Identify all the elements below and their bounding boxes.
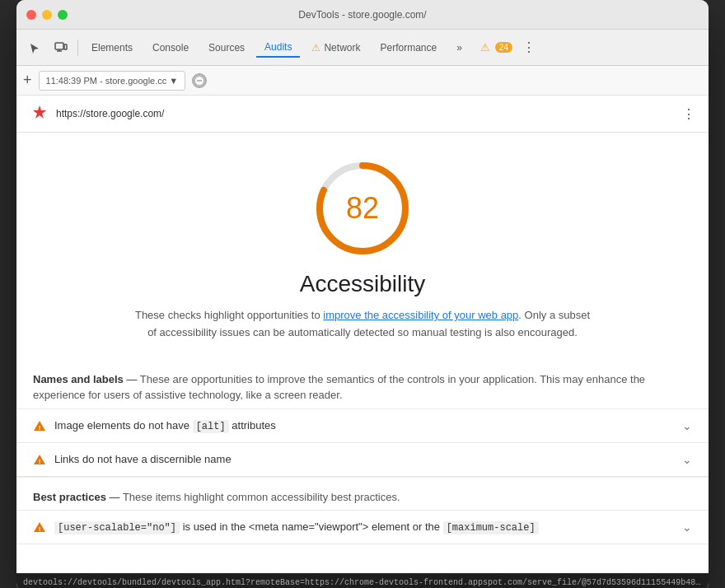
window-title: DevTools - store.google.com/ (298, 9, 426, 21)
device-icon[interactable] (49, 36, 72, 59)
separator (77, 40, 78, 56)
tab-console[interactable]: Console (144, 39, 197, 57)
global-warning-icon: ⚠ (480, 41, 490, 54)
network-warning-icon: ⚠ (311, 42, 320, 54)
devtools-window: DevTools - store.google.com/ Elements Co… (16, 0, 709, 588)
warning-icon: ! (33, 454, 46, 465)
timestamp-text: 11:48:39 PM - store.google.cc ▼ (46, 76, 179, 86)
status-bar: devtools://devtools/bundled/devtools_app… (16, 573, 709, 588)
chevron-down-icon: ⌄ (682, 453, 692, 466)
tab-performance[interactable]: Performance (372, 39, 445, 57)
url-input[interactable]: 11:48:39 PM - store.google.cc ▼ (39, 71, 186, 91)
audit-item-alt-text[interactable]: ! Image elements do not have [alt] attri… (16, 408, 709, 442)
audit-url-header: https://store.google.com/ ⋮ (16, 96, 709, 133)
best-practices-section: Best practices — These items highlight c… (16, 476, 709, 510)
audit-url-text: https://store.google.com/ (56, 108, 682, 119)
svg-rect-1 (64, 44, 67, 49)
main-content: https://store.google.com/ ⋮ 82 Accessibi… (16, 96, 709, 573)
score-title: Accessibility (300, 271, 425, 297)
lighthouse-icon (30, 104, 49, 124)
chevron-down-icon: ⌄ (682, 419, 692, 432)
tab-more[interactable]: » (448, 39, 470, 57)
warning-icon: ! (33, 420, 46, 432)
status-text: devtools://devtools/bundled/devtools_app… (23, 578, 702, 587)
names-labels-section: Names and labels — These are opportuniti… (16, 362, 709, 408)
audit-more-button[interactable]: ⋮ (682, 106, 695, 122)
audit-item-link-name[interactable]: ! Links do not have a discernible name ⌄ (16, 442, 709, 476)
close-button[interactable] (26, 10, 36, 20)
svg-marker-6 (33, 105, 46, 119)
best-practices-desc: These items highlight common accessibili… (123, 491, 400, 503)
tab-elements[interactable]: Elements (83, 39, 141, 57)
chevron-down-icon: ⌄ (682, 520, 692, 534)
cursor-icon[interactable] (23, 36, 46, 59)
maximize-button[interactable] (58, 10, 68, 20)
user-scalable-code: [user-scalable="no"] (54, 521, 180, 534)
stop-icon[interactable] (192, 73, 207, 88)
names-labels-heading: Names and labels (33, 373, 124, 385)
score-circle: 82 (313, 159, 412, 258)
svg-text:!: ! (39, 525, 41, 532)
url-bar: + 11:48:39 PM - store.google.cc ▼ (16, 66, 709, 96)
best-practices-heading: Best practices (33, 491, 106, 503)
tab-sources[interactable]: Sources (200, 39, 253, 57)
svg-text:!: ! (39, 423, 41, 431)
warning-badge: 24 (495, 42, 512, 53)
minimize-button[interactable] (42, 10, 52, 20)
score-section: 82 Accessibility These checks highlight … (16, 133, 709, 362)
warning-icon: ! (33, 521, 46, 533)
audit-item-user-scalable[interactable]: ! [user-scalable="no"] is used in the <m… (16, 510, 709, 544)
audit-item-text: [user-scalable="no"] is used in the <met… (54, 520, 674, 534)
max-scale-code: [maximum-scale] (443, 521, 539, 534)
score-value: 82 (346, 191, 379, 226)
svg-rect-0 (55, 43, 63, 49)
svg-text:!: ! (39, 457, 41, 464)
tab-network[interactable]: ⚠ Network (303, 39, 368, 57)
audit-item-text: Image elements do not have [alt] attribu… (54, 419, 674, 432)
accessibility-link[interactable]: improve the accessibility of your web ap… (323, 309, 518, 321)
traffic-lights (26, 10, 68, 20)
score-description: These checks highlight opportunities to … (132, 307, 593, 342)
audit-item-text: Links do not have a discernible name (54, 453, 674, 465)
more-menu-button[interactable]: ⋮ (522, 40, 536, 55)
alt-code: [alt] (193, 420, 229, 433)
new-tab-button[interactable]: + (23, 72, 32, 89)
tab-audits[interactable]: Audits (256, 38, 300, 58)
title-bar: DevTools - store.google.com/ (16, 0, 709, 30)
toolbar: Elements Console Sources Audits ⚠ Networ… (16, 30, 709, 66)
